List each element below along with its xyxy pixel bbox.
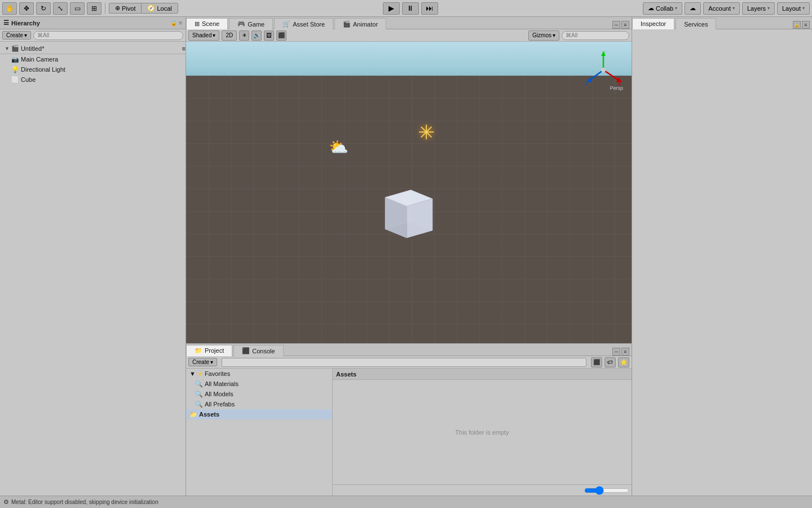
hierarchy-item-main-camera[interactable]: 📷 Main Camera (0, 54, 186, 64)
project-tree: ▼ ★ Favorites 🔍 All Materials 🔍 All Mode… (186, 369, 333, 496)
tree-item-all-models[interactable]: 🔍 All Models (186, 389, 332, 399)
bottom-panel-minimize[interactable]: ─ (612, 348, 620, 356)
scene-tab-icon: ⊞ (195, 20, 200, 28)
move-tool-button[interactable]: ✥ (19, 2, 34, 15)
inspector-tab-bar: Inspector Services 🔒 ≡ (632, 17, 812, 29)
project-create-arrow: ▾ (210, 359, 213, 365)
audio-toggle[interactable]: 🔊 (251, 30, 262, 41)
hierarchy-scene-root[interactable]: ▼ 🎬 Untitled* ≡ (0, 43, 186, 54)
project-create-button[interactable]: Create ▾ (188, 358, 217, 366)
rect-tool-button[interactable]: ▭ (70, 2, 85, 15)
center-panel: ⊞ Scene 🎮 Game 🛒 Asset Store 🎬 Animator … (186, 17, 632, 496)
local-icon: 🧭 (147, 5, 155, 12)
shading-dropdown[interactable]: Shaded ▾ (188, 30, 219, 41)
local-button[interactable]: 🧭 Local (142, 3, 177, 13)
hand-tool-button[interactable]: ✋ (2, 2, 17, 15)
tab-inspector[interactable]: Inspector (632, 18, 674, 29)
pivot-button[interactable]: ⊕ Pivot (109, 3, 142, 13)
bottom-panel-menu[interactable]: ≡ (621, 348, 629, 356)
pivot-local-group: ⊕ Pivot 🧭 Local (109, 3, 178, 14)
account-button[interactable]: Account ▾ (703, 2, 740, 15)
tree-item-all-materials[interactable]: 🔍 All Materials (186, 379, 332, 389)
right-panel: Inspector Services 🔒 ≡ (632, 17, 812, 496)
project-filter-btn2[interactable]: 🏷 (604, 357, 616, 367)
gizmos-arrow: ▾ (553, 32, 555, 38)
inspector-menu-icon[interactable]: ≡ (802, 21, 810, 29)
tab-asset-store[interactable]: 🛒 Asset Store (274, 18, 333, 29)
tree-all-materials-label: All Materials (205, 380, 239, 387)
project-filter-btn1[interactable]: ⬛ (591, 357, 602, 367)
hierarchy-menu-icon[interactable]: ≡ (179, 20, 182, 26)
shading-arrow: ▾ (213, 32, 215, 38)
hidden-toggle[interactable]: ⬛ (276, 30, 286, 41)
step-button[interactable]: ⏭ (421, 2, 438, 15)
scene-panel-menu[interactable]: ≡ (621, 21, 629, 29)
tree-item-favorites[interactable]: ▼ ★ Favorites (186, 369, 332, 379)
hierarchy-scene-name: Untitled* (21, 45, 45, 52)
hierarchy-toolbar: Create ▾ (0, 29, 186, 42)
assets-content: This folder is empty (333, 380, 632, 484)
hierarchy-create-button[interactable]: Create ▾ (2, 31, 31, 40)
toolbar-right: ☁ Collab ▾ ☁ Account ▾ Layers ▾ Layout ▾ (643, 2, 810, 15)
scene-sun-icon: ✳ (418, 121, 435, 144)
tab-game[interactable]: 🎮 Game (229, 18, 273, 29)
local-label: Local (157, 5, 171, 12)
search-icon-prefabs: 🔍 (195, 401, 203, 408)
tree-all-models-label: All Models (205, 391, 233, 397)
collab-button[interactable]: ☁ Collab ▾ (643, 2, 682, 15)
pause-button[interactable]: ⏸ (402, 2, 419, 15)
tab-scene[interactable]: ⊞ Scene (186, 18, 228, 29)
game-tab-icon: 🎮 (237, 20, 245, 28)
assets-zoom-slider[interactable] (584, 486, 629, 495)
lights-toggle[interactable]: ☀ (239, 30, 249, 41)
scale-tool-button[interactable]: ⤡ (53, 2, 68, 15)
project-search-input[interactable] (222, 358, 586, 367)
gizmos-label: Gizmos (532, 32, 551, 38)
cloud-button[interactable]: ☁ (685, 2, 701, 15)
collab-icon: ☁ (648, 5, 654, 12)
scene-panel-minimize[interactable]: ─ (612, 21, 620, 29)
tab-project[interactable]: 📁 Project (186, 345, 232, 356)
tree-item-all-prefabs[interactable]: 🔍 All Prefabs (186, 399, 332, 409)
inspector-lock-icon[interactable]: 🔒 (793, 21, 801, 29)
hierarchy-item-cube[interactable]: ⬜ Cube (0, 75, 186, 85)
scene-gizmo[interactable]: X Y Z Persp (584, 50, 623, 90)
account-label: Account (708, 5, 731, 12)
transform-tool-button[interactable]: ⊞ (87, 2, 102, 15)
tree-all-prefabs-label: All Prefabs (205, 401, 235, 408)
hierarchy-panel: ☰ Hierarchy 🔒 ≡ Create ▾ ▼ 🎬 Untitled* ≡ (0, 17, 186, 496)
status-icon: ⚙ (3, 498, 9, 506)
tree-item-assets[interactable]: 📁 Assets (186, 409, 332, 419)
asset-store-tab-label: Asset Store (293, 21, 325, 28)
play-button[interactable]: ▶ (383, 2, 400, 15)
cube-face-front (407, 199, 433, 238)
svg-text:Y: Y (602, 50, 606, 56)
layers-label: Layers (747, 5, 766, 12)
pivot-icon: ⊕ (115, 5, 120, 12)
effects-toggle[interactable]: 🖼 (264, 30, 274, 41)
scene-view[interactable]: ✳ ⛅ (186, 42, 632, 343)
layers-button[interactable]: Layers ▾ (742, 2, 775, 15)
project-filter-btn3[interactable]: ⭐ (618, 357, 629, 367)
favorites-icon: ★ (197, 370, 203, 378)
scene-cube[interactable] (386, 191, 431, 237)
hierarchy-search-input[interactable] (33, 31, 183, 40)
hierarchy-create-arrow: ▾ (24, 32, 27, 38)
gizmos-button[interactable]: Gizmos ▾ (528, 30, 559, 41)
hierarchy-create-label: Create (6, 32, 23, 38)
lock-icon[interactable]: 🔒 (170, 20, 177, 26)
main-layout: ☰ Hierarchy 🔒 ≡ Create ▾ ▼ 🎬 Untitled* ≡ (0, 17, 812, 496)
tab-services[interactable]: Services (676, 18, 716, 29)
layout-button[interactable]: Layout ▾ (777, 2, 810, 15)
bottom-panel: 📁 Project ⬛ Console ─ ≡ Create ▾ ⬛ 🏷 (186, 343, 632, 496)
hierarchy-scene-menu[interactable]: ≡ (182, 45, 186, 52)
tree-assets-label: Assets (199, 411, 219, 418)
rotate-tool-button[interactable]: ↻ (36, 2, 51, 15)
scene-search-input[interactable] (562, 31, 629, 40)
tab-console[interactable]: ⬛ Console (233, 345, 283, 356)
layout-dropdown-arrow: ▾ (802, 6, 805, 11)
persp-label: Persp (610, 85, 623, 91)
hierarchy-item-directional-light[interactable]: 💡 Directional Light (0, 64, 186, 75)
2d-button[interactable]: 2D (222, 30, 237, 41)
tab-animator[interactable]: 🎬 Animator (334, 18, 386, 29)
